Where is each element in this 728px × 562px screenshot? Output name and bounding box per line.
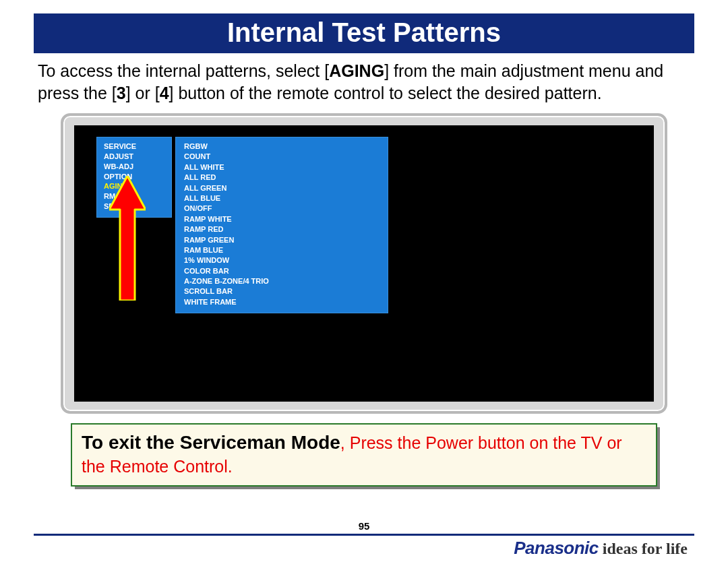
pattern-item: COLOR BAR [184,266,380,276]
footer: 95 Panasonic ideas for life [34,534,694,558]
page-number: 95 [34,520,694,532]
brand: Panasonic ideas for life [514,538,688,559]
brand-tagline: ideas for life [603,540,688,558]
slide-page: Internal Test Patterns To access the int… [0,0,728,562]
intro-text: ] or [ [126,84,160,102]
service-menu-item: SERVICE [104,142,164,152]
pattern-item: ALL GREEN [184,183,380,193]
intro-text: ] button of the remote control to select… [169,84,602,102]
intro-btn4: 4 [160,84,169,102]
pattern-item: ALL BLUE [184,193,380,204]
pattern-item: RAMP GREEN [184,235,380,245]
page-title: Internal Test Patterns [34,13,694,53]
panasonic-logo: Panasonic [514,538,599,559]
pattern-item: WHITE FRAME [184,297,380,307]
svg-marker-0 [109,176,146,301]
pattern-item: ON/OFF [184,204,380,214]
pattern-item: 1% WINDOW [184,255,380,266]
aging-pattern-list: RGBWCOUNTALL WHITEALL REDALL GREENALL BL… [175,137,388,313]
exit-note: To exit the Serviceman Mode, Press the P… [71,423,657,487]
service-menu-item: WB-ADJ [104,162,164,172]
intro-paragraph: To access the internal patterns, select … [38,60,690,104]
intro-btn3: 3 [117,84,126,102]
exit-lead: To exit the Serviceman Mode [82,432,340,453]
pattern-item: ALL WHITE [184,162,380,173]
pattern-item: RAM BLUE [184,245,380,255]
service-menu-item: ADJUST [104,152,164,162]
tv-screen: SERVICEADJUSTWB-ADJOPTIONAGINGRM SETSRV … [74,125,654,402]
pattern-item: RAMP RED [184,224,380,235]
pattern-item: ALL RED [184,173,380,183]
pattern-item: COUNT [184,152,380,162]
footer-rule [34,534,694,536]
intro-aging: AGING [329,61,384,80]
exit-note-box: To exit the Serviceman Mode, Press the P… [71,423,657,487]
pattern-item: SCROLL BAR [184,286,380,296]
up-arrow-icon [109,176,146,301]
pattern-item: A-ZONE B-ZONE/4 TRIO [184,276,380,286]
intro-text: To access the internal patterns, select … [38,61,329,80]
tv-bezel: SERVICEADJUSTWB-ADJOPTIONAGINGRM SETSRV … [61,113,667,414]
pattern-item: RAMP WHITE [184,214,380,224]
pattern-item: RGBW [184,142,380,152]
